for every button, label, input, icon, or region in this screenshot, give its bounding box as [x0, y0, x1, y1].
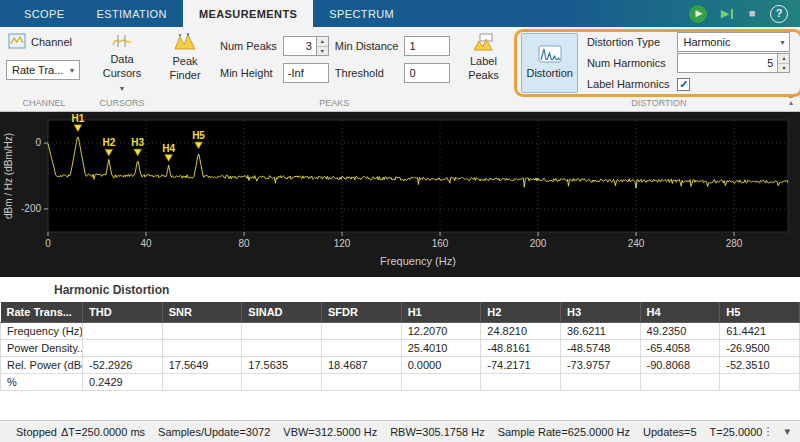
table-row: Rel. Power (dBc)-52.292617.564917.563518…	[1, 357, 800, 374]
table-header-row: Rate Trans...THDSNRSINADSFDRH1H2H3H4H5	[1, 302, 800, 323]
min-distance-label: Min Distance	[335, 40, 399, 52]
status-item: T=25.0000	[710, 426, 763, 438]
channel-selector-value: Rate Tra...	[12, 64, 63, 76]
chevron-down-icon: ▾	[775, 38, 789, 47]
svg-text:Frequency (Hz): Frequency (Hz)	[380, 255, 456, 267]
table-cell	[720, 374, 800, 391]
svg-text:-200: -200	[21, 203, 41, 214]
table-cell: -52.3510	[720, 357, 800, 374]
table-cell: 36.6211	[560, 323, 640, 340]
channel-button[interactable]: Channel	[6, 30, 74, 54]
num-peaks-stepper: ▴ ▾	[283, 36, 329, 56]
table-cell: 0.0000	[401, 357, 481, 374]
table-header-cell: H1	[401, 302, 481, 323]
table-title: Harmonic Distortion	[0, 277, 800, 302]
table-cell	[162, 340, 242, 357]
table-header-cell: THD	[83, 302, 163, 323]
status-item: Samples/Update=3072	[158, 426, 270, 438]
table-cell	[401, 374, 481, 391]
distortion-section: Distortion Distortion Type Harmonic ▾ Nu…	[512, 27, 800, 111]
chevron-down-icon[interactable]: ▾	[784, 425, 790, 438]
status-item: VBW=312.5000 Hz	[283, 426, 377, 438]
chevron-down-icon: ▾	[120, 84, 124, 93]
step-forward-button[interactable]: ▶	[716, 5, 734, 23]
table-cell: 24.8210	[481, 323, 561, 340]
table-header-cell: Rate Trans...	[1, 302, 83, 323]
tab-spectrum[interactable]: SPECTRUM	[313, 0, 410, 27]
min-height-input[interactable]	[283, 63, 329, 83]
table-cell	[640, 374, 720, 391]
peaks-section: Peak Finder Num Peaks ▴ ▾ Min Distance M…	[156, 27, 512, 111]
status-bar: Stopped ΔT=250.0000 msSamples/Update=307…	[0, 420, 800, 442]
table-cell	[481, 374, 561, 391]
status-item: Sample Rate=625.0000 Hz	[498, 426, 630, 438]
stop-button[interactable]: ■	[743, 5, 761, 23]
peak-finder-label: Peak Finder	[164, 55, 206, 83]
svg-text:0: 0	[35, 137, 41, 148]
collapse-ribbon-icon[interactable]: ▴	[789, 97, 793, 107]
cursors-section-label: CURSORS	[88, 98, 156, 111]
status-item: ΔT=250.0000 ms	[61, 426, 145, 438]
label-harmonics-label: Label Harmonics	[587, 78, 670, 90]
svg-text:H4: H4	[162, 143, 175, 154]
num-harmonics-input[interactable]	[677, 53, 777, 73]
svg-text:80: 80	[238, 238, 250, 249]
status-state: Stopped	[16, 426, 61, 438]
svg-text:280: 280	[726, 238, 743, 249]
svg-text:240: 240	[628, 238, 645, 249]
spinner-up-icon[interactable]: ▴	[778, 54, 789, 64]
step-forward-icon: ▶	[721, 8, 729, 19]
label-harmonics-checkbox[interactable]: ✓	[677, 78, 690, 91]
distortion-button-label: Distortion	[526, 67, 572, 81]
spinner-down-icon[interactable]: ▾	[317, 47, 328, 56]
svg-text:dBm / Hz (dBm/Hz): dBm / Hz (dBm/Hz)	[3, 133, 14, 219]
tab-estimation[interactable]: ESTIMATION	[81, 0, 183, 27]
threshold-input[interactable]	[404, 63, 450, 83]
distortion-toggle-button[interactable]: Distortion	[521, 33, 577, 93]
distortion-type-value: Harmonic	[683, 36, 730, 48]
table-cell	[242, 323, 322, 340]
status-measurements: ΔT=250.0000 msSamples/Update=3072VBW=312…	[61, 426, 762, 438]
data-cursors-button[interactable]: Data Cursors ▾	[96, 29, 148, 98]
table-cell: -52.2926	[83, 357, 163, 374]
svg-text:0: 0	[45, 238, 51, 249]
spectrum-plot[interactable]: 040801201602002402800-200Frequency (Hz)d…	[0, 112, 800, 277]
table-cell: 17.5649	[162, 357, 242, 374]
table-cell: 49.2350	[640, 323, 720, 340]
table-cell: -73.9757	[560, 357, 640, 374]
svg-text:200: 200	[530, 238, 547, 249]
num-peaks-input[interactable]	[283, 36, 316, 56]
label-peaks-button[interactable]: Label Peaks	[457, 29, 509, 87]
table-cell: 12.2070	[401, 323, 481, 340]
channel-selector[interactable]: Rate Tra... ▾	[6, 60, 80, 80]
svg-text:40: 40	[140, 238, 152, 249]
spectrum-analyzer-window: SCOPE ESTIMATION MEASUREMENTS SPECTRUM ▶…	[0, 0, 800, 442]
channel-section-label: CHANNEL	[0, 98, 88, 111]
table-cell: -90.8068	[640, 357, 720, 374]
harmonic-distortion-table: Rate Trans...THDSNRSINADSFDRH1H2H3H4H5 F…	[0, 302, 800, 391]
table-cell	[560, 374, 640, 391]
table-cell	[321, 374, 401, 391]
spinner-down-icon[interactable]: ▾	[778, 64, 789, 73]
tab-measurements[interactable]: MEASUREMENTS	[183, 0, 313, 27]
cursors-section: Data Cursors ▾ CURSORS	[88, 27, 156, 111]
min-distance-input[interactable]	[404, 36, 450, 56]
table-cell	[321, 340, 401, 357]
help-button[interactable]: ?	[770, 5, 788, 23]
run-button[interactable]: ▶	[689, 5, 707, 23]
spinner-up-icon[interactable]: ▴	[317, 37, 328, 47]
table-cell	[83, 323, 163, 340]
row-label-cell: Rel. Power (dBc)	[1, 357, 83, 374]
table-header-cell: H2	[481, 302, 561, 323]
peak-finder-button[interactable]: Peak Finder	[159, 29, 211, 87]
table-cell: -26.9500	[720, 340, 800, 357]
table-cell	[242, 340, 322, 357]
distortion-type-select[interactable]: Harmonic ▾	[677, 32, 790, 52]
tab-scope[interactable]: SCOPE	[8, 0, 81, 27]
table-row: %0.2429	[1, 374, 800, 391]
table-header-cell: H4	[640, 302, 720, 323]
table-cell: 61.4421	[720, 323, 800, 340]
table-cell	[242, 374, 322, 391]
distortion-icon	[538, 45, 562, 65]
kebab-menu-icon[interactable]: ⋮	[762, 425, 773, 438]
